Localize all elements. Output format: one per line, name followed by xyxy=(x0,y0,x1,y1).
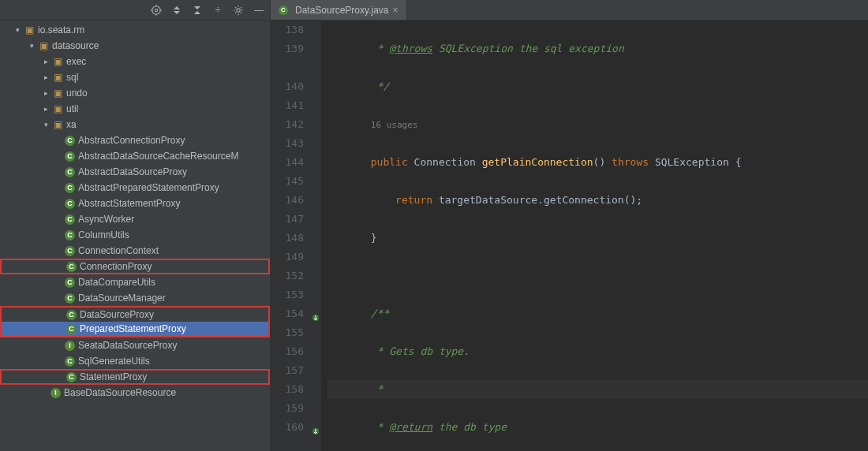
tree-folder[interactable]: ▸▣exec xyxy=(0,54,270,69)
svg-point-1 xyxy=(155,9,158,12)
class-icon: C xyxy=(65,230,75,240)
line-number: 148 xyxy=(271,229,304,248)
folder-icon: ▣ xyxy=(52,56,63,67)
editor-tab[interactable]: C DataSourceProxy.java × xyxy=(271,0,407,20)
minimize-icon[interactable]: — xyxy=(253,4,265,17)
class-icon: C xyxy=(66,372,77,382)
usages-hint[interactable]: 16 usages xyxy=(371,120,418,130)
line-number: 153 xyxy=(271,285,304,304)
tree-label: sql xyxy=(66,72,78,83)
tree-class[interactable]: CAbstractDataSourceProxy xyxy=(0,164,270,180)
folder-icon: ▣ xyxy=(52,103,63,114)
override-gutter-icon[interactable] xyxy=(312,309,320,317)
chevron-right-icon[interactable]: ▸ xyxy=(41,88,51,98)
project-tree[interactable]: ▾ ▣ io.seata.rm ▾ ▣ datasource ▸▣exec ▸▣… xyxy=(0,20,270,451)
tree-class[interactable]: CAbstractStatementProxy xyxy=(0,196,270,211)
editor-main: C DataSourceProxy.java × 138 139 140 141… xyxy=(271,0,868,451)
tree-folder[interactable]: ▸▣util xyxy=(0,101,270,117)
svg-point-0 xyxy=(152,6,161,14)
class-icon: C xyxy=(66,310,77,320)
tree-folder[interactable]: ▸▣undo xyxy=(0,85,270,101)
line-number: 160 xyxy=(271,418,304,437)
class-icon: C xyxy=(66,324,77,334)
svg-point-6 xyxy=(237,8,240,11)
line-number: 149 xyxy=(271,248,304,266)
tree-class[interactable]: CAbstractDataSourceCacheResourceM xyxy=(0,148,270,164)
tree-label: SeataDataSourceProxy xyxy=(78,340,177,351)
tree-folder[interactable]: ▾▣xa xyxy=(0,117,270,132)
tree-class[interactable]: CDataSourceManager xyxy=(0,290,270,306)
tree-class[interactable]: CColumnUtils xyxy=(0,227,270,243)
tree-label: SqlGenerateUtils xyxy=(78,356,150,367)
tree-class-statementproxy[interactable]: CStatementProxy xyxy=(0,369,270,385)
tree-class-connectionproxy[interactable]: CConnectionProxy xyxy=(0,259,270,274)
line-number: 144 xyxy=(271,153,304,172)
tree-folder-datasource[interactable]: ▾ ▣ datasource xyxy=(0,38,270,54)
chevron-right-icon[interactable]: ▸ xyxy=(41,57,51,66)
tree-folder[interactable]: ▸▣sql xyxy=(0,69,270,85)
line-number: 152 xyxy=(271,266,304,285)
tree-label: AsyncWorker xyxy=(78,214,134,225)
class-icon: C xyxy=(65,167,75,177)
settings-icon[interactable] xyxy=(232,4,245,17)
chevron-down-icon[interactable]: ▾ xyxy=(13,25,22,35)
tree-class-datasourceproxy[interactable]: CDataSourceProxy xyxy=(0,306,270,322)
tree-class[interactable]: CConnectionContext xyxy=(0,243,270,259)
code-body[interactable]: * @throws SQLException the sql exception… xyxy=(321,20,868,451)
line-number: 157 xyxy=(271,361,304,380)
tree-package-root[interactable]: ▾ ▣ io.seata.rm xyxy=(0,22,270,38)
line-number: 138 xyxy=(271,20,304,39)
class-icon: C xyxy=(65,293,75,304)
tree-label: AbstractConnectionProxy xyxy=(78,135,185,146)
class-icon: C xyxy=(65,183,75,193)
tree-label: ConnectionProxy xyxy=(80,261,152,272)
divide-icon[interactable]: ÷ xyxy=(211,4,224,17)
chevron-right-icon[interactable]: ▸ xyxy=(41,73,51,82)
class-icon: C xyxy=(65,199,75,209)
tree-label: ColumnUtils xyxy=(78,229,129,240)
tree-class[interactable]: CAbstractConnectionProxy xyxy=(0,132,270,148)
class-icon: C xyxy=(279,6,288,15)
tree-label: AbstractDataSourceProxy xyxy=(78,166,187,177)
target-icon[interactable] xyxy=(150,4,163,17)
tree-interface[interactable]: ISeataDataSourceProxy xyxy=(0,337,270,353)
close-icon[interactable]: × xyxy=(393,5,398,16)
chevron-down-icon[interactable]: ▾ xyxy=(27,41,36,50)
tree-label: io.seata.rm xyxy=(38,24,84,35)
class-icon: C xyxy=(65,214,75,225)
line-number: 146 xyxy=(271,191,304,210)
class-icon: C xyxy=(65,278,75,288)
tree-class[interactable]: CSqlGenerateUtils xyxy=(0,353,270,369)
tree-interface[interactable]: IBaseDataSourceResource xyxy=(0,385,270,401)
tree-class-preparedstatementproxy[interactable]: CPreparedStatementProxy xyxy=(0,322,270,337)
tree-label: xa xyxy=(66,119,77,130)
tree-class[interactable]: CAbstractPreparedStatementProxy xyxy=(0,180,270,196)
line-gutter: 138 139 140 141 142 143 144 145 146 147 … xyxy=(271,20,312,451)
line-number: 147 xyxy=(271,210,304,229)
class-icon: C xyxy=(66,262,77,272)
code-editor[interactable]: 138 139 140 141 142 143 144 145 146 147 … xyxy=(271,20,868,451)
line-number: 156 xyxy=(271,342,304,361)
line-number: 139 xyxy=(271,39,304,58)
class-icon: C xyxy=(65,136,75,146)
tree-label: undo xyxy=(66,88,88,99)
class-icon: C xyxy=(65,246,75,256)
tree-label: datasource xyxy=(52,40,99,51)
interface-icon: I xyxy=(51,388,61,398)
collapse-all-icon[interactable] xyxy=(191,4,204,17)
tab-bar: C DataSourceProxy.java × xyxy=(271,0,868,20)
line-number: 159 xyxy=(271,399,304,418)
folder-icon: ▣ xyxy=(52,119,63,130)
tree-label: AbstractDataSourceCacheResourceM xyxy=(78,151,238,162)
line-number: 140 xyxy=(271,77,304,96)
expand-all-icon[interactable] xyxy=(170,4,183,17)
chevron-down-icon[interactable]: ▾ xyxy=(41,120,51,129)
project-sidebar: ÷ — ▾ ▣ io.seata.rm ▾ ▣ datasource ▸▣exe… xyxy=(0,0,271,451)
chevron-right-icon[interactable]: ▸ xyxy=(41,104,51,114)
tree-label: DataCompareUtils xyxy=(78,277,155,288)
override-gutter-icon[interactable] xyxy=(312,423,320,430)
tree-class[interactable]: CAsyncWorker xyxy=(0,211,270,227)
tree-class[interactable]: CDataCompareUtils xyxy=(0,274,270,290)
line-number: 145 xyxy=(271,172,304,191)
tree-label: ConnectionContext xyxy=(78,245,159,256)
